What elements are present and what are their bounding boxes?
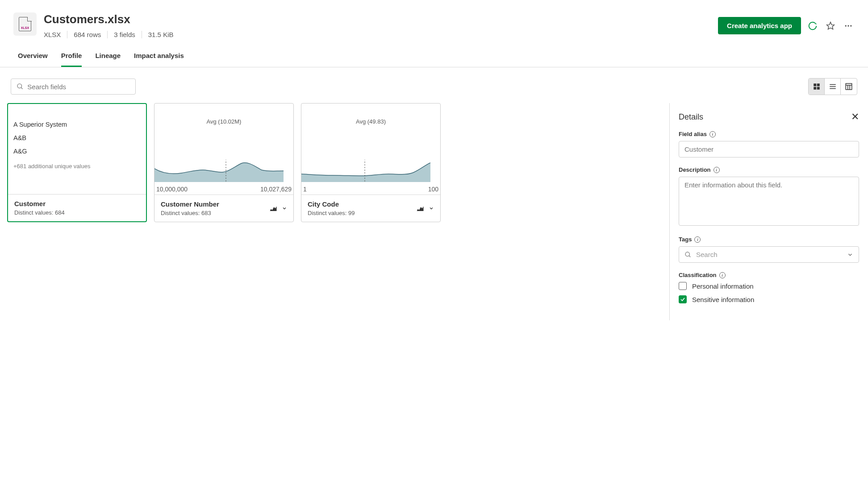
card-footer: Customer Number Distinct values: 683 (154, 195, 293, 222)
classification-group: Classification i Personal information Se… (679, 272, 859, 303)
range-labels: 10,000,000 10,027,629 (156, 186, 292, 193)
field-card-customer-number[interactable]: Avg (10.02M) 10,000,000 10,027,629 Custo… (154, 103, 294, 222)
range-max: 10,027,629 (260, 186, 292, 193)
description-input[interactable] (679, 177, 859, 226)
tab-lineage[interactable]: Lineage (95, 47, 121, 67)
svg-point-3 (850, 25, 851, 26)
tab-profile[interactable]: Profile (61, 47, 82, 67)
details-title: Details (679, 112, 703, 122)
table-icon (845, 83, 853, 91)
tab-impact-analysis[interactable]: Impact analysis (134, 47, 184, 67)
meta-file-size: 31.5 KiB (142, 31, 180, 38)
meta-row-count: 684 rows (67, 31, 108, 38)
refresh-icon[interactable] (806, 20, 819, 32)
chevron-down-icon[interactable] (429, 206, 434, 211)
chart-type-icon[interactable] (269, 204, 277, 212)
view-toggle-table[interactable] (841, 79, 857, 95)
card-body: Avg (49.83) 1 100 (301, 104, 440, 195)
grid-icon (813, 83, 821, 91)
svg-point-19 (685, 252, 689, 256)
star-icon[interactable] (824, 20, 837, 32)
field-alias-group: Field alias i (679, 131, 859, 157)
sample-values: A Superior System A&B A&G +681 additiona… (13, 121, 141, 170)
more-options-icon[interactable] (842, 20, 855, 32)
checkbox-personal-information[interactable]: Personal information (679, 282, 859, 290)
field-card-city-code[interactable]: Avg (49.83) 1 100 City Code Distinct val… (301, 103, 441, 222)
field-alias-input[interactable] (679, 141, 859, 157)
details-panel: Details ✕ Field alias i Description i Ta… (669, 103, 868, 320)
field-alias-label: Field alias (679, 131, 707, 137)
field-name: City Code (308, 200, 355, 208)
close-icon[interactable]: ✕ (851, 111, 859, 123)
meta-field-count: 3 fields (108, 31, 142, 38)
classification-label: Classification (679, 272, 717, 278)
card-body: A Superior System A&B A&G +681 additiona… (8, 104, 146, 194)
svg-point-1 (845, 25, 847, 26)
header-actions: Create analytics app (718, 12, 855, 34)
avg-label: Avg (49.83) (301, 118, 440, 125)
view-toggle-grid[interactable] (809, 79, 825, 95)
search-fields-box[interactable] (11, 79, 136, 95)
search-fields-input[interactable] (27, 83, 130, 91)
checkbox-label: Personal information (692, 282, 754, 290)
field-name: Customer Number (161, 200, 219, 208)
content-area: A Superior System A&B A&G +681 additiona… (0, 103, 868, 320)
file-meta: XLSX 684 rows 3 fields 31.5 KiB (44, 31, 718, 38)
tags-placeholder: Search (696, 251, 718, 258)
meta-file-type: XLSX (44, 31, 67, 38)
info-icon[interactable]: i (709, 131, 716, 137)
sample-value: A Superior System (13, 121, 141, 128)
svg-line-5 (21, 87, 22, 89)
list-icon (829, 83, 837, 91)
sample-value: A&B (13, 134, 141, 141)
tab-bar: Overview Profile Lineage Impact analysis (0, 38, 868, 67)
view-toggle-list[interactable] (825, 79, 841, 95)
create-analytics-app-button[interactable]: Create analytics app (718, 17, 801, 34)
info-icon[interactable]: i (719, 272, 726, 278)
extra-values-count: +681 additional unique values (13, 163, 141, 170)
description-label: Description (679, 166, 711, 173)
field-name: Customer (14, 200, 65, 207)
svg-marker-0 (827, 22, 835, 29)
field-cards: A Superior System A&B A&G +681 additiona… (0, 103, 669, 320)
search-icon (684, 251, 692, 258)
tab-overview[interactable]: Overview (18, 47, 48, 67)
svg-line-20 (689, 256, 690, 257)
tags-label: Tags (679, 236, 692, 243)
page-header: XLSX Customers.xlsx XLSX 684 rows 3 fiel… (0, 0, 868, 38)
svg-rect-9 (817, 87, 819, 90)
file-title: Customers.xlsx (44, 12, 718, 26)
field-card-customer[interactable]: A Superior System A&B A&G +681 additiona… (7, 103, 147, 222)
checkbox-sensitive-information[interactable]: Sensitive information (679, 295, 859, 303)
svg-rect-8 (814, 87, 816, 90)
file-type-icon: XLSX (13, 12, 37, 36)
card-footer: Customer Distinct values: 684 (8, 194, 146, 221)
range-min: 1 (303, 186, 307, 193)
tags-group: Tags i Search (679, 236, 859, 263)
chart-type-icon[interactable] (416, 204, 424, 212)
tags-input[interactable]: Search (679, 246, 859, 263)
distinct-count: Distinct values: 683 (161, 210, 219, 216)
details-header: Details ✕ (679, 111, 859, 123)
info-icon[interactable]: i (714, 167, 720, 173)
card-body: Avg (10.02M) 10,000,000 10,027,629 (154, 104, 293, 195)
svg-rect-6 (814, 83, 816, 86)
sample-value: A&G (13, 148, 141, 155)
checkbox-label: Sensitive information (692, 296, 754, 303)
info-icon[interactable]: i (694, 236, 701, 243)
checkbox-icon (679, 295, 687, 303)
distribution-chart (301, 160, 430, 182)
checkbox-icon (679, 282, 687, 290)
range-min: 10,000,000 (156, 186, 188, 193)
range-labels: 1 100 (303, 186, 438, 193)
search-icon (17, 83, 24, 91)
chevron-down-icon (847, 252, 853, 258)
avg-label: Avg (10.02M) (154, 118, 293, 125)
title-block: Customers.xlsx XLSX 684 rows 3 fields 31… (44, 12, 718, 38)
card-footer: City Code Distinct values: 99 (301, 195, 440, 222)
chevron-down-icon[interactable] (282, 206, 287, 211)
distinct-count: Distinct values: 99 (308, 210, 355, 216)
toolbar (0, 67, 868, 103)
svg-rect-7 (817, 83, 819, 86)
distinct-count: Distinct values: 684 (14, 209, 65, 216)
